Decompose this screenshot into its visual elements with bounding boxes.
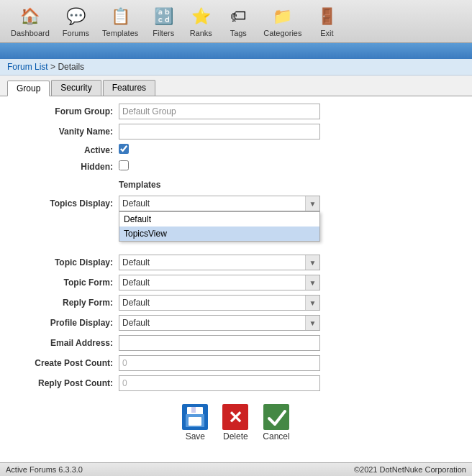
topics-display-value: Default (119, 198, 305, 209)
svg-rect-7 (263, 404, 289, 430)
toolbar-filters-label: Filters (153, 29, 174, 37)
save-label: Save (186, 431, 205, 441)
reply-post-count-input[interactable] (119, 375, 320, 391)
reply-form-arrow: ▼ (305, 296, 319, 310)
toolbar-filters[interactable]: 🔡 Filters (146, 3, 181, 40)
toolbar-templates-label: Templates (102, 29, 138, 37)
forum-group-input[interactable] (119, 104, 320, 119)
toolbar-forums[interactable]: 💬 Forums (58, 3, 94, 40)
topic-form-label: Topic Form: (14, 278, 119, 288)
topics-display-label: Topics Display: (14, 198, 119, 209)
create-post-count-control (119, 355, 458, 371)
cancel-icon (263, 404, 289, 430)
email-address-row: Email Address: (14, 335, 458, 351)
hidden-label: Hidden: (14, 162, 119, 172)
toolbar-dashboard-label: Dashboard (11, 29, 50, 37)
topic-display-label: Topic Display: (14, 257, 119, 267)
toolbar-categories-label: Categories (263, 29, 301, 37)
topic-display-control: Default ▼ (119, 255, 458, 270)
reply-form-select[interactable]: Default ▼ (119, 295, 320, 311)
toolbar-templates[interactable]: 📋 Templates (97, 3, 143, 40)
status-right: ©2021 DotNetNuke Corporation (354, 465, 466, 474)
reply-post-count-label: Reply Post Count: (14, 378, 119, 388)
vanity-name-input[interactable] (119, 124, 320, 139)
topic-form-row: Topic Form: Default ▼ (14, 275, 458, 290)
topics-display-dropdown: Default TopicsView (119, 211, 320, 242)
status-left: Active Forums 6.3.3.0 (6, 465, 83, 474)
reply-form-value: Default (119, 298, 305, 308)
tab-bar: Group Security Features (0, 75, 472, 96)
toolbar-tags[interactable]: 🏷 Tags (221, 3, 255, 40)
topic-form-value: Default (119, 278, 305, 288)
toolbar-categories[interactable]: 📁 Categories (258, 3, 307, 40)
toolbar-ranks[interactable]: ⭐ Ranks (183, 3, 218, 40)
profile-display-label: Profile Display: (14, 318, 119, 328)
topic-display-select[interactable]: Default ▼ (119, 255, 320, 270)
delete-button[interactable]: ✕ Delete (222, 404, 248, 441)
create-post-count-input[interactable] (119, 355, 320, 371)
email-address-input[interactable] (119, 335, 320, 351)
profile-display-select[interactable]: Default ▼ (119, 315, 320, 331)
profile-display-row: Profile Display: Default ▼ (14, 315, 458, 331)
filters-icon: 🔡 (152, 5, 175, 28)
toolbar-exit[interactable]: 🚪 Exit (309, 3, 344, 40)
active-control (119, 144, 458, 156)
toolbar-forums-label: Forums (63, 29, 89, 37)
form-section: Forum Group: Vanity Name: Active: Hidden… (0, 104, 472, 391)
dropdown-option-topicsview[interactable]: TopicsView (119, 226, 319, 241)
breadcrumb-parent[interactable]: Forum List (7, 62, 48, 72)
topic-display-row: Topic Display: Default ▼ (14, 255, 458, 270)
vanity-name-label: Vanity Name: (14, 127, 119, 137)
tab-security[interactable]: Security (51, 80, 101, 96)
breadcrumb-current: Details (58, 62, 84, 72)
forum-group-row: Forum Group: (14, 104, 458, 119)
svg-rect-4 (189, 417, 201, 426)
status-bar: Active Forums 6.3.3.0 ©2021 DotNetNuke C… (0, 462, 472, 476)
cancel-label: Cancel (263, 431, 289, 441)
profile-display-arrow: ▼ (305, 316, 319, 330)
topic-display-value: Default (119, 257, 305, 267)
reply-form-control: Default ▼ (119, 295, 458, 311)
topic-form-select[interactable]: Default ▼ (119, 275, 320, 290)
active-checkbox[interactable] (119, 144, 129, 154)
topic-display-arrow: ▼ (305, 255, 319, 270)
topics-display-row: Topics Display: Default ▼ Default Topics… (14, 196, 458, 211)
email-address-control (119, 335, 458, 351)
forums-icon: 💬 (64, 5, 87, 28)
save-icon (182, 404, 208, 430)
blue-banner (0, 43, 472, 59)
cancel-button[interactable]: Cancel (263, 404, 289, 441)
tab-features[interactable]: Features (103, 80, 155, 96)
tab-group[interactable]: Group (7, 81, 50, 96)
topics-display-control: Default ▼ Default TopicsView (119, 196, 458, 211)
toolbar-exit-label: Exit (320, 29, 333, 37)
templates-section-title: Templates (119, 177, 458, 191)
profile-display-control: Default ▼ (119, 315, 458, 331)
breadcrumb: Forum List > Details (0, 59, 472, 75)
active-row: Active: (14, 144, 458, 156)
active-label: Active: (14, 145, 119, 155)
vanity-name-control (119, 124, 458, 139)
topics-display-arrow: ▼ (305, 196, 319, 211)
topics-display-select[interactable]: Default ▼ (119, 196, 320, 211)
toolbar: 🏠 Dashboard 💬 Forums 📋 Templates 🔡 Filte… (0, 0, 472, 43)
main-content: Forum Group: Vanity Name: Active: Hidden… (0, 96, 472, 462)
delete-icon: ✕ (222, 404, 248, 430)
reply-form-row: Reply Form: Default ▼ (14, 295, 458, 311)
hidden-row: Hidden: (14, 160, 458, 173)
profile-display-value: Default (119, 318, 305, 328)
save-button[interactable]: Save (182, 404, 208, 441)
dropdown-option-default[interactable]: Default (119, 212, 319, 226)
toolbar-ranks-label: Ranks (190, 29, 212, 37)
reply-form-label: Reply Form: (14, 298, 119, 308)
reply-post-count-control (119, 375, 458, 391)
topic-form-control: Default ▼ (119, 275, 458, 290)
svg-rect-2 (191, 407, 196, 413)
templates-title-control: Templates (119, 177, 458, 191)
exit-icon: 🚪 (315, 5, 338, 28)
toolbar-dashboard[interactable]: 🏠 Dashboard (6, 3, 55, 40)
templates-title-row: Templates (14, 177, 458, 191)
forum-group-label: Forum Group: (14, 106, 119, 116)
hidden-checkbox[interactable] (119, 160, 129, 170)
topic-form-arrow: ▼ (305, 275, 319, 290)
